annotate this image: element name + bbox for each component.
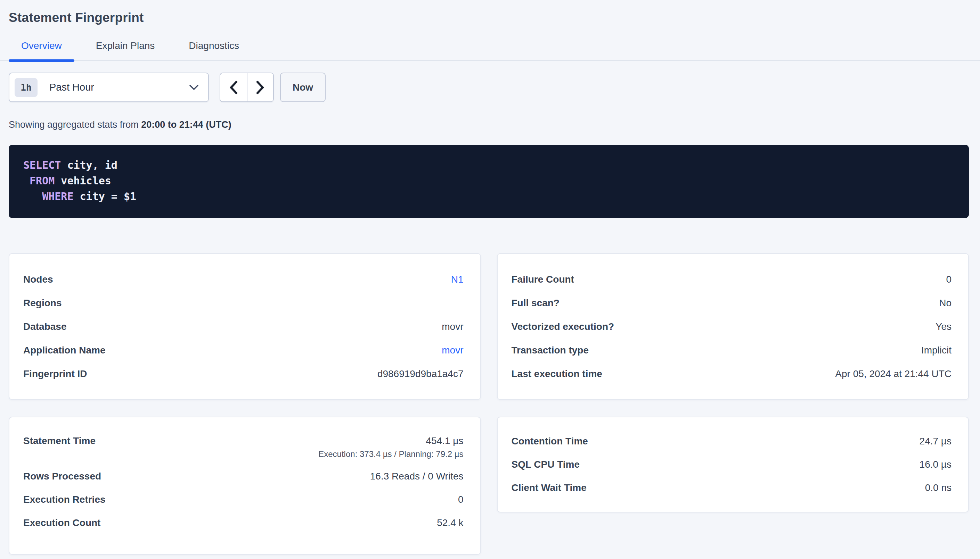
prev-time-button[interactable] [221, 73, 247, 101]
time-range-label: Past Hour [49, 82, 189, 93]
row-label-last-execution-time: Last execution time [512, 369, 602, 379]
execution-count-value: 52.4 k [437, 517, 463, 528]
now-button[interactable]: Now [280, 73, 326, 102]
time-controls: 1h Past Hour Now [9, 73, 980, 102]
table-row: Database movr [23, 315, 464, 339]
table-row: Last execution time Apr 05, 2024 at 21:4… [512, 362, 952, 386]
table-row: Application Name movr [23, 339, 464, 362]
nodes-link[interactable]: N1 [451, 274, 464, 285]
sql-keyword: FROM [30, 175, 55, 187]
row-label-transaction-type: Transaction type [512, 345, 589, 356]
stats-text-range: 20:00 to 21:44 (UTC) [141, 119, 231, 130]
transaction-type-value: Implicit [921, 345, 952, 356]
full-scan-value: No [939, 298, 952, 309]
sql-line: WHERE city = $1 [23, 189, 954, 204]
table-row: Contention Time 24.7 µs [512, 430, 952, 453]
table-row: Statement Time 454.1 µs Execution: 373.4… [23, 434, 464, 460]
last-execution-time-value: Apr 05, 2024 at 21:44 UTC [835, 369, 952, 379]
table-row: Execution Retries 0 [23, 488, 464, 511]
sql-cpu-time-value: 16.0 µs [920, 459, 952, 470]
table-row: Full scan? No [512, 291, 952, 315]
fingerprint-id-value: d986919d9ba1a4c7 [377, 369, 464, 379]
row-label-application-name: Application Name [23, 345, 105, 356]
row-label-fingerprint-id: Fingerprint ID [23, 369, 87, 379]
table-row: Rows Processed 16.3 Reads / 0 Writes [23, 465, 464, 488]
database-value: movr [442, 321, 463, 332]
sql-keyword: SELECT [23, 159, 61, 171]
rows-processed-value: 16.3 Reads / 0 Writes [370, 471, 464, 482]
row-label-full-scan: Full scan? [512, 298, 559, 309]
execution-retries-value: 0 [458, 494, 464, 505]
page-title: Statement Fingerprint [9, 10, 980, 25]
table-row: SQL CPU Time 16.0 µs [512, 453, 952, 476]
table-row: Vectorized execution? Yes [512, 315, 952, 339]
contention-time-value: 24.7 µs [920, 436, 952, 447]
table-row: Nodes N1 [23, 268, 464, 291]
sql-line: FROM vehicles [23, 173, 954, 189]
chevron-left-icon [228, 80, 239, 95]
sql-keyword: WHERE [42, 190, 73, 202]
row-label-nodes: Nodes [23, 274, 53, 285]
client-wait-time-value: 0.0 ns [925, 482, 952, 493]
stats-text-prefix: Showing aggregated stats from [9, 119, 141, 130]
row-label-database: Database [23, 321, 67, 332]
statement-time-breakdown: Execution: 373.4 µs / Planning: 79.2 µs [318, 448, 463, 460]
row-label-rows-processed: Rows Processed [23, 471, 101, 482]
time-step-buttons [220, 73, 274, 102]
metadata-card-right: Failure Count 0 Full scan? No Vectorized… [497, 253, 969, 400]
tab-diagnostics[interactable]: Diagnostics [176, 40, 252, 60]
summary-cards: Nodes N1 Regions Database movr Applicati… [9, 253, 969, 555]
metadata-card-left: Nodes N1 Regions Database movr Applicati… [9, 253, 481, 400]
next-time-button[interactable] [247, 73, 273, 101]
row-label-failure-count: Failure Count [512, 274, 574, 285]
time-range-dropdown[interactable]: 1h Past Hour [9, 73, 209, 102]
tab-explain-plans[interactable]: Explain Plans [83, 40, 167, 60]
statement-stats-card: Statement Time 454.1 µs Execution: 373.4… [9, 417, 481, 555]
row-label-vectorized-execution: Vectorized execution? [512, 321, 614, 332]
sql-line: SELECT city, id [23, 157, 954, 173]
chevron-right-icon [255, 80, 265, 95]
table-row: Regions [23, 291, 464, 315]
aggregated-stats-text: Showing aggregated stats from 20:00 to 2… [9, 119, 980, 130]
row-label-statement-time: Statement Time [23, 434, 96, 448]
row-label-execution-retries: Execution Retries [23, 494, 106, 505]
tab-bar: Overview Explain Plans Diagnostics [0, 40, 980, 61]
vectorized-execution-value: Yes [935, 321, 952, 332]
row-label-contention-time: Contention Time [512, 436, 588, 447]
sql-statement-box: SELECT city, id FROM vehicles WHERE city… [9, 145, 969, 218]
table-row: Transaction type Implicit [512, 339, 952, 362]
table-row: Client Wait Time 0.0 ns [512, 476, 952, 499]
chevron-down-icon [189, 84, 199, 91]
table-row: Failure Count 0 [512, 268, 952, 291]
table-row: Execution Count 52.4 k [23, 511, 464, 534]
row-label-regions: Regions [23, 298, 61, 309]
row-label-client-wait-time: Client Wait Time [512, 482, 587, 493]
application-name-link[interactable]: movr [442, 345, 463, 356]
row-label-execution-count: Execution Count [23, 517, 100, 528]
tab-overview[interactable]: Overview [9, 40, 75, 60]
statement-time-value: 454.1 µs [318, 434, 463, 448]
time-stats-card: Contention Time 24.7 µs SQL CPU Time 16.… [497, 417, 969, 513]
failure-count-value: 0 [946, 274, 952, 285]
table-row: Fingerprint ID d986919d9ba1a4c7 [23, 362, 464, 386]
row-label-sql-cpu-time: SQL CPU Time [512, 459, 580, 470]
time-range-badge: 1h [15, 78, 38, 97]
